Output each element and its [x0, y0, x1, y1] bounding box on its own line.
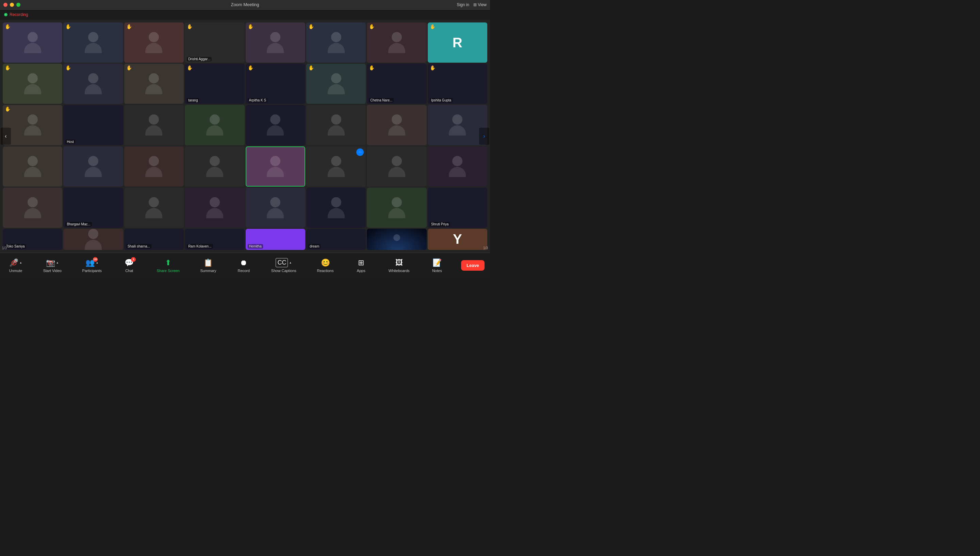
start-video-button[interactable]: 📷⊘ ▲ Start Video [40, 256, 65, 275]
participant-name: Chetna Nare... [369, 98, 394, 102]
recording-bar: ✓ Recording [0, 10, 490, 20]
table-row: ✋ [306, 64, 366, 104]
whiteboards-button[interactable]: 🖼 Whiteboards [385, 256, 413, 275]
participant-name: Shaili sharna... [126, 244, 152, 249]
table-row: Shaili sharna... [124, 229, 184, 250]
table-row: ✋ R [428, 23, 487, 63]
raise-hand-icon: ✋ [369, 24, 375, 29]
table-row: dream [306, 229, 366, 250]
raise-hand-icon: ✋ [248, 65, 253, 71]
participant-name: Toko Saniya [5, 244, 26, 249]
top-right-controls: Sign in ⊞ View [457, 2, 487, 7]
table-row: ✋ [246, 23, 305, 63]
participant-name: Shruti Priya [430, 222, 450, 226]
captions-button[interactable]: CC ▲ Show Captions [268, 256, 300, 275]
table-row: Y [428, 229, 487, 250]
table-row [428, 105, 487, 145]
participants-button[interactable]: 👥 120 ▲ Participants [79, 256, 105, 275]
table-row: Ram Kolaven... [185, 229, 244, 250]
raise-hand-icon: ✋ [308, 24, 314, 29]
view-button[interactable]: ⊞ View [473, 2, 487, 7]
raise-hand-icon: ✋ [187, 65, 193, 71]
raise-hand-icon: ✋ [430, 24, 435, 29]
table-row: ✋ [306, 23, 366, 63]
page-indicator-left: 1/3 [2, 246, 7, 250]
table-row: ✋ [367, 23, 426, 63]
table-row [124, 146, 184, 187]
participants-label: Participants [82, 268, 102, 273]
participant-name: dream [308, 244, 321, 249]
whiteboards-icon: 🖼 [395, 259, 403, 267]
participants-count-badge: 120 [93, 257, 98, 262]
raise-hand-icon: ✋ [5, 65, 11, 71]
table-row: ✋ Chetna Nare... [367, 64, 426, 104]
notes-label: Notes [432, 268, 442, 273]
table-row: ✋ [63, 64, 123, 104]
record-button[interactable]: ⏺ Record [234, 256, 254, 275]
next-page-arrow[interactable]: › [479, 128, 489, 145]
apps-button[interactable]: ⊞ Apps [351, 256, 371, 275]
minimize-button[interactable] [10, 3, 14, 7]
participant-avatar-letter: R [453, 35, 463, 50]
table-row [185, 146, 244, 187]
table-row [185, 105, 244, 145]
raise-hand-icon: ✋ [187, 24, 193, 29]
table-row [246, 146, 305, 187]
participant-name: tarang [187, 98, 199, 102]
table-row: ✋ [3, 23, 62, 63]
unmute-label: Unmute [9, 268, 23, 273]
table-row [246, 187, 305, 228]
table-row: Shruti Priya [428, 187, 487, 228]
start-video-label: Start Video [43, 268, 61, 273]
record-icon: ⏺ [240, 259, 247, 267]
table-row [367, 146, 426, 187]
share-screen-label: Share Screen [156, 268, 179, 273]
bottom-toolbar: 🎤⊘ ▲ Unmute 📷⊘ ▲ Start Video 👥 120 ▲ Par… [0, 253, 490, 278]
participant-name: Ipshita Gupta [430, 98, 453, 102]
prev-page-arrow[interactable]: ‹ [1, 128, 11, 145]
participant-name: Host [65, 140, 75, 144]
apps-label: Apps [357, 268, 366, 273]
close-button[interactable] [3, 3, 8, 7]
participant-name: Arpitha K S [248, 98, 268, 102]
leave-button[interactable]: Leave [461, 260, 485, 271]
sign-in-button[interactable]: Sign in [457, 2, 469, 7]
raise-hand-icon: ✋ [5, 24, 11, 29]
table-row: Host [63, 105, 123, 145]
table-row [367, 105, 426, 145]
reactions-icon: 😊 [321, 259, 330, 267]
summary-button[interactable]: 📋 Summary [197, 256, 219, 275]
table-row: ✋ [63, 23, 123, 63]
title-bar: Zoom Meeting Sign in ⊞ View [0, 0, 490, 10]
recording-indicator: ✓ [4, 13, 8, 16]
chat-label: Chat [125, 268, 133, 273]
window-title: Zoom Meeting [231, 2, 259, 7]
raise-hand-icon: ✋ [430, 65, 435, 71]
reactions-button[interactable]: 😊 Reactions [314, 256, 337, 275]
chat-button[interactable]: 💬 1 Chat [119, 256, 140, 275]
table-row: Hemitha [246, 229, 305, 250]
microphone-muted-icon: 🎤⊘ [9, 259, 18, 267]
table-row [428, 146, 487, 187]
captions-icon: CC [276, 258, 288, 267]
participant-name: Bhargavi Mac... [65, 222, 92, 226]
unmute-button[interactable]: 🎤⊘ ▲ Unmute [5, 256, 26, 275]
participant-grid: ✋ ✋ ✋ ✋ Drishti Aggar... ✋ ✋ ✋ [3, 23, 487, 250]
video-grid-area: ‹ ✋ ✋ ✋ ✋ Drishti Aggar... ✋ [0, 20, 490, 253]
notes-button[interactable]: 📝 Notes [427, 256, 447, 275]
chat-bubble-icon: ··· [356, 149, 364, 156]
recording-label: Recording [10, 12, 28, 17]
table-row [63, 229, 123, 250]
fullscreen-button[interactable] [16, 3, 21, 7]
table-row: ✋ Drishti Aggar... [185, 23, 244, 63]
participant-name: Hemitha [248, 244, 263, 249]
page-indicator-right: 1/3 [483, 246, 488, 250]
table-row: Toko Saniya [3, 229, 62, 250]
table-row [3, 187, 62, 228]
raise-hand-icon: ✋ [126, 65, 132, 71]
table-row: ✋ [3, 105, 62, 145]
summary-label: Summary [200, 268, 216, 273]
table-row: ✋ Arpitha K S [246, 64, 305, 104]
share-screen-button[interactable]: ⬆ Share Screen [153, 256, 183, 275]
traffic-lights [3, 3, 21, 7]
